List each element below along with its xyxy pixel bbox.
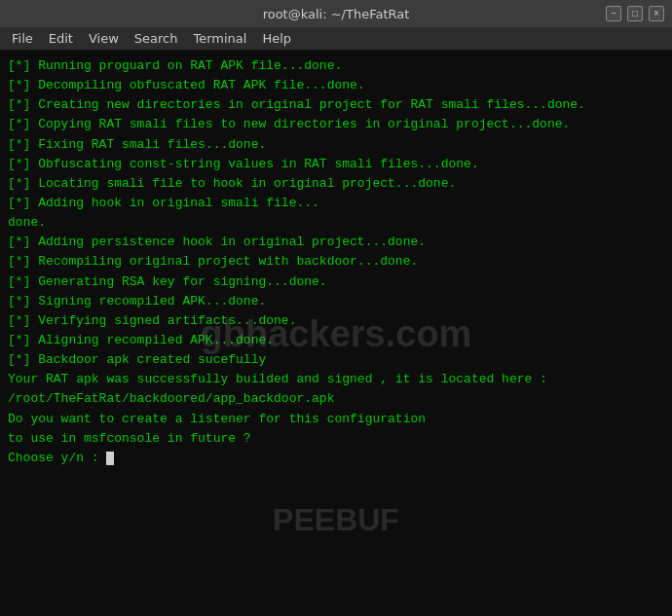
menu-view[interactable]: View: [81, 29, 127, 48]
cursor: [106, 452, 114, 465]
terminal-line: [*] Generating RSA key for signing...don…: [8, 272, 664, 292]
menu-bar: File Edit View Search Terminal Help: [0, 27, 672, 51]
maximize-button[interactable]: □: [627, 6, 643, 21]
terminal-line: done.: [8, 213, 664, 233]
terminal-line: [*] Decompiling obfuscated RAT APK file.…: [8, 76, 664, 95]
menu-terminal[interactable]: Terminal: [185, 29, 254, 48]
terminal-line: [*] Copying RAT smali files to new direc…: [8, 115, 664, 134]
menu-help[interactable]: Help: [254, 29, 299, 48]
terminal-line: /root/TheFatRat/backdoored/app_backdoor.…: [8, 389, 664, 409]
menu-file[interactable]: File: [4, 29, 41, 48]
title-bar: root@kali: ~/TheFatRat − □ ×: [0, 0, 672, 27]
menu-search[interactable]: Search: [127, 29, 186, 48]
terminal-line: [*] Locating smali file to hook in origi…: [8, 174, 664, 194]
terminal-line: [*] Aligning recompiled APK...done.: [8, 331, 664, 350]
minimize-button[interactable]: −: [606, 6, 621, 21]
terminal-line: Your RAT apk was successfully builded an…: [8, 370, 664, 389]
terminal-line: [*] Adding hook in original smali file..…: [8, 194, 664, 213]
terminal-output: [*] Running proguard on RAT APK file...d…: [8, 56, 664, 468]
terminal-body[interactable]: gbhackers.com PEEBUF [*] Running proguar…: [0, 51, 672, 616]
terminal-line: [*] Signing recompiled APK...done.: [8, 292, 664, 311]
terminal-line: [*] Verifying signed artifacts...done.: [8, 311, 664, 331]
terminal-line: Do you want to create a listener for thi…: [8, 410, 664, 429]
terminal-line: [*] Adding persistence hook in original …: [8, 233, 664, 252]
prompt-text: Choose y/n :: [8, 451, 106, 465]
terminal-prompt[interactable]: Choose y/n :: [8, 449, 664, 468]
terminal-line: [*] Running proguard on RAT APK file...d…: [8, 56, 664, 76]
terminal-line: [*] Obfuscating const-string values in R…: [8, 155, 664, 174]
terminal-window: root@kali: ~/TheFatRat − □ × File Edit V…: [0, 0, 672, 616]
watermark-bottom: PEEBUF: [273, 502, 399, 538]
terminal-line: [*] Creating new directories in original…: [8, 95, 664, 115]
close-button[interactable]: ×: [649, 6, 664, 21]
terminal-line: [*] Fixing RAT smali files...done.: [8, 135, 664, 155]
terminal-line: [*] Backdoor apk created sucefully: [8, 350, 664, 370]
window-title: root@kali: ~/TheFatRat: [263, 7, 410, 21]
menu-edit[interactable]: Edit: [41, 29, 81, 48]
terminal-line: [*] Recompiling original project with ba…: [8, 252, 664, 272]
window-controls: − □ ×: [606, 6, 664, 21]
terminal-line: to use in msfconsole in future ?: [8, 429, 664, 449]
